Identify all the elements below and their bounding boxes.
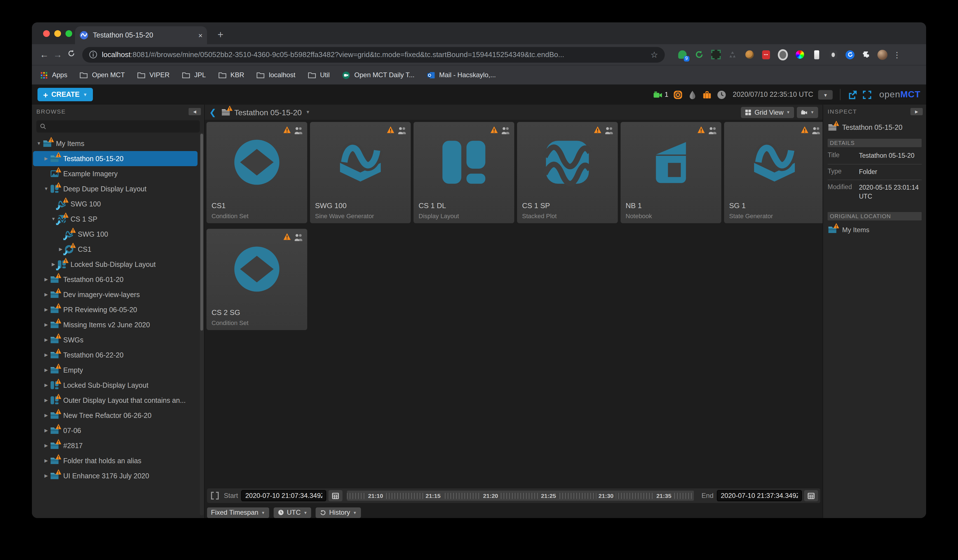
tree-item[interactable]: SWG 100 [33, 197, 198, 211]
bookmark-item[interactable]: Mail - Hacskaylo,... [427, 71, 496, 79]
create-button[interactable]: + CREATE ▼ [38, 88, 93, 101]
tree-item[interactable]: ▶Outer Display Layout that contains an..… [33, 393, 198, 408]
disclosure-triangle[interactable]: ▶ [43, 383, 50, 388]
colorwheel-extension-icon[interactable] [795, 49, 805, 60]
database-status-icon[interactable] [688, 90, 698, 99]
disclosure-triangle[interactable]: ▶ [43, 307, 50, 312]
context-menu-caret[interactable]: ▼ [306, 109, 310, 115]
bookmark-item[interactable]: Open MCT [80, 71, 125, 79]
grid-item-card[interactable]: CS1Condition Set [206, 122, 307, 223]
timezone-button[interactable]: UTC▼ [273, 507, 311, 518]
expand-pane-button[interactable]: ▶ [910, 108, 923, 115]
grid-item-card[interactable]: NB 1Notebook [620, 122, 721, 223]
disclosure-triangle[interactable]: ▶ [43, 413, 50, 418]
reload-button[interactable] [64, 49, 78, 60]
tree-item[interactable]: ▶Empty [33, 363, 198, 378]
view-switcher-button[interactable]: Grid View ▼ [741, 106, 794, 118]
disclosure-triangle[interactable]: ▼ [35, 141, 43, 146]
browser-tab[interactable]: Testathon 05-15-20 × [75, 26, 207, 44]
disclosure-triangle[interactable]: ▶ [43, 277, 50, 282]
close-window-button[interactable] [43, 30, 50, 37]
forward-button[interactable]: → [51, 49, 64, 60]
disclosure-triangle[interactable]: ▶ [43, 368, 50, 373]
tree-item[interactable]: ▼My Items [33, 136, 198, 151]
minimize-window-button[interactable] [54, 30, 61, 37]
bookmark-item[interactable]: VIPER [137, 71, 170, 79]
tree-item[interactable]: ▶#2817 [33, 438, 198, 453]
bookmark-star-icon[interactable]: ☆ [650, 49, 658, 60]
disclosure-triangle[interactable]: ▶ [43, 292, 50, 297]
notebook-snapshot-button[interactable]: ▼ [797, 106, 818, 118]
disclosure-triangle[interactable]: ▶ [43, 322, 50, 327]
new-window-icon[interactable] [848, 90, 858, 99]
disclosure-triangle[interactable]: ▶ [43, 156, 50, 161]
tree-item[interactable]: ▶PR Reviewing 06-05-20 [33, 302, 198, 317]
disclosure-triangle[interactable]: ▶ [43, 428, 50, 433]
tree-item[interactable]: ▼Deep Dupe Display Layout [33, 181, 198, 197]
collapse-pane-button[interactable]: ◀ [189, 108, 201, 115]
profile-avatar[interactable] [877, 49, 888, 60]
tree-item[interactable]: ▶Testathon 06-01-20 [33, 272, 198, 287]
cookie-extension-icon[interactable] [744, 49, 754, 60]
history-button[interactable]: History▼ [316, 507, 361, 518]
grid-item-card[interactable]: SWG 100Sine Wave Generator [310, 122, 411, 223]
original-location-item[interactable]: My Items [823, 221, 926, 239]
tree-item[interactable]: SWG 100 [33, 227, 198, 242]
start-calendar-button[interactable] [329, 490, 343, 501]
tree-item[interactable]: ▶Testathon 06-22-20 [33, 347, 198, 363]
tree-item[interactable]: ▶Testathon 05-15-20 [33, 151, 198, 166]
tree-item[interactable]: ▼CS 1 SP [33, 211, 198, 227]
capture-extension-icon[interactable] [711, 49, 721, 60]
tree-item[interactable]: ▶Locked Sub-Display Layout [33, 257, 198, 272]
disclosure-triangle[interactable]: ▶ [43, 473, 50, 478]
password-extension-icon[interactable]: ••• [761, 49, 771, 60]
end-time-input[interactable] [717, 490, 802, 501]
grid-item-card[interactable]: CS 2 SGCondition Set [206, 229, 307, 330]
puzzle-extension-icon[interactable] [862, 49, 872, 60]
back-chevron-icon[interactable]: ❮ [209, 107, 216, 117]
maximize-window-button[interactable] [65, 30, 72, 37]
fullscreen-icon[interactable] [863, 90, 872, 99]
tree-item[interactable]: ▶07-06 [33, 423, 198, 438]
bookmark-item[interactable]: Open MCT Daily T... [342, 71, 414, 79]
tree-item[interactable]: ▶Locked Sub-Display Layout [33, 378, 198, 393]
bookmark-item[interactable]: localhost [257, 71, 295, 79]
tree-item[interactable]: ▶UI Enhance 3176 July 2020 [33, 468, 198, 483]
bookmark-item[interactable]: Util [308, 71, 330, 79]
end-calendar-button[interactable] [804, 490, 818, 501]
shutter-extension-icon[interactable] [828, 49, 838, 60]
recycle-extension-icon[interactable] [728, 49, 738, 60]
disclosure-triangle[interactable]: ▶ [43, 458, 50, 463]
tree-item[interactable]: ▶CS1 [33, 242, 198, 257]
new-tab-button[interactable]: + [214, 29, 227, 41]
time-axis[interactable]: 21:1021:1521:2021:2521:3021:35 [347, 491, 694, 501]
messages-extension-icon[interactable]: 9 [677, 49, 687, 60]
sync-green-extension-icon[interactable] [694, 49, 704, 60]
disclosure-triangle[interactable]: ▼ [43, 186, 50, 191]
tree-scrollbar-thumb[interactable] [200, 134, 203, 331]
tree-search-input[interactable] [36, 120, 200, 133]
bookmark-item[interactable]: JPL [182, 71, 206, 79]
bookmark-item[interactable]: KBR [218, 71, 244, 79]
grid-item-card[interactable]: CS 1 DLDisplay Layout [414, 122, 514, 223]
grid-item-card[interactable]: SG 1State Generator [724, 122, 823, 223]
chrome-menu-icon[interactable]: ⋮ [893, 53, 901, 56]
start-time-input[interactable] [241, 490, 327, 501]
tree-item[interactable]: ▶Missing Items v2 June 2020 [33, 317, 198, 332]
lens-extension-icon[interactable] [778, 49, 788, 60]
bookmark-item[interactable]: Apps [40, 71, 67, 79]
snapshot-camera-icon[interactable] [653, 90, 662, 99]
disclosure-triangle[interactable]: ▶ [43, 398, 50, 403]
back-button[interactable]: ← [38, 49, 51, 60]
tree-item[interactable]: ▶SWGs [33, 332, 198, 347]
grid-item-card[interactable]: CS 1 SPStacked Plot [517, 122, 618, 223]
timespan-mode-button[interactable]: Fixed Timespan▼ [207, 507, 269, 518]
tree-item[interactable]: ▶Dev imagery-view-layers [33, 287, 198, 302]
suitcase-icon[interactable] [703, 90, 712, 99]
tree-item[interactable]: Example Imagery [33, 166, 198, 181]
disclosure-triangle[interactable]: ▶ [43, 337, 50, 343]
clock-menu-button[interactable]: ▼ [818, 90, 833, 99]
disclosure-triangle[interactable]: ▶ [43, 443, 50, 448]
tree-item[interactable]: ▶New Tree Refactor 06-26-20 [33, 408, 198, 423]
battery-extension-icon[interactable] [811, 49, 822, 60]
